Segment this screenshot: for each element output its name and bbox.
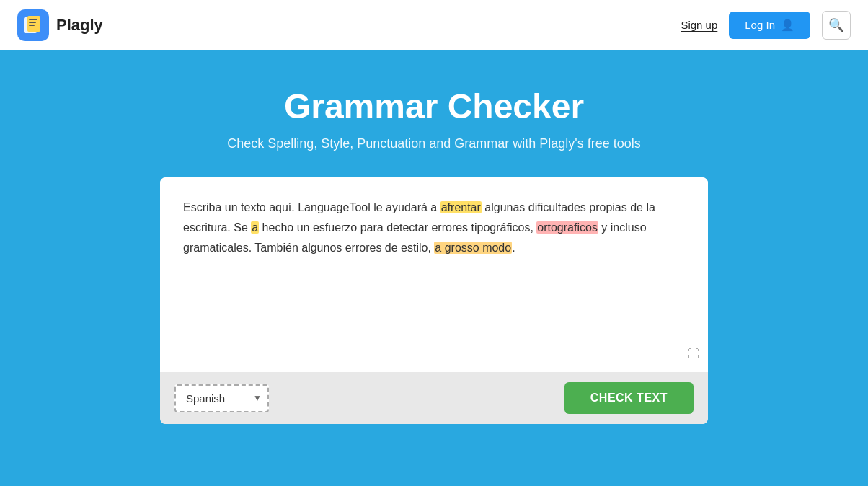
highlight-ortograficos: ortograficos bbox=[536, 221, 598, 234]
login-button[interactable]: Log In 👤 bbox=[729, 12, 810, 39]
checker-footer: Spanish English French German Italian Po… bbox=[160, 372, 708, 424]
checker-textarea[interactable]: Escriba un texto aquí. LanguageTool le a… bbox=[160, 177, 708, 372]
highlight-a: a bbox=[251, 221, 259, 234]
hero-subtitle: Check Spelling, Style, Punctuation and G… bbox=[227, 136, 641, 151]
text-segment-5: . bbox=[512, 242, 515, 254]
language-select-wrapper[interactable]: Spanish English French German Italian Po… bbox=[174, 384, 269, 412]
brand-logo bbox=[17, 9, 49, 41]
highlight-grosso-modo: a grosso modo bbox=[434, 242, 512, 254]
check-text-button[interactable]: CHECK TEXT bbox=[564, 382, 694, 414]
search-icon: 🔍 bbox=[828, 17, 844, 33]
text-segment-3: hecho un esfuerzo para detectar errores … bbox=[259, 221, 536, 234]
svg-rect-3 bbox=[29, 22, 36, 23]
navbar: Plagly Sign up Log In 👤 🔍 bbox=[0, 0, 868, 50]
signup-link[interactable]: Sign up bbox=[681, 19, 717, 31]
brand: Plagly bbox=[17, 9, 103, 41]
resize-icon[interactable]: ⛶ bbox=[688, 344, 699, 363]
brand-name: Plagly bbox=[56, 16, 103, 35]
hero-title: Grammar Checker bbox=[284, 87, 584, 126]
svg-rect-1 bbox=[27, 16, 40, 32]
search-button[interactable]: 🔍 bbox=[822, 11, 851, 40]
login-label: Log In bbox=[745, 19, 775, 31]
hero-section: Grammar Checker Check Spelling, Style, P… bbox=[0, 50, 868, 486]
checker-box: Escriba un texto aquí. LanguageTool le a… bbox=[160, 177, 708, 424]
highlight-afrentar: afrentar bbox=[440, 201, 482, 213]
checker-text-content: Escriba un texto aquí. LanguageTool le a… bbox=[183, 198, 685, 258]
navbar-right: Sign up Log In 👤 🔍 bbox=[681, 11, 851, 40]
svg-rect-4 bbox=[29, 25, 35, 26]
user-icon: 👤 bbox=[781, 19, 794, 32]
svg-rect-2 bbox=[29, 19, 37, 20]
language-select[interactable]: Spanish English French German Italian Po… bbox=[174, 384, 269, 412]
text-segment-1: Escriba un texto aquí. LanguageTool le a… bbox=[183, 201, 440, 213]
